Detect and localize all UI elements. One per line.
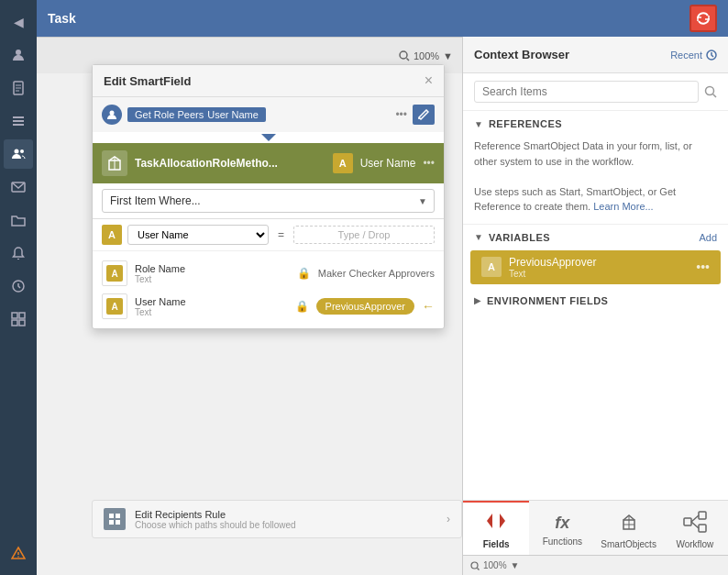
condition-row: A User Name = Type / Drop [93, 219, 444, 251]
svg-rect-27 [116, 520, 120, 525]
sidebar-item-document[interactable] [4, 73, 33, 103]
field-type-2: Text [135, 307, 288, 317]
cb-var-more-btn[interactable]: ••• [696, 260, 710, 274]
search-input[interactable] [474, 81, 699, 103]
modal-header: Edit SmartField × [93, 65, 444, 97]
modal-title: Edit SmartField [104, 74, 191, 88]
variables-section-header: ▼ VARIABLES Add [463, 225, 728, 247]
field-a-icon-1: A [106, 265, 123, 282]
filter-select[interactable]: First Item Where... [102, 189, 435, 213]
zoom-info: 100% ▼ [399, 50, 453, 61]
svg-rect-6 [13, 120, 24, 122]
tag-pill-get-role-peers: Get Role Peers User Name [127, 107, 266, 122]
filter-row: First Item Where... ▼ [93, 183, 444, 219]
smartobject-more-btn[interactable]: ••• [423, 157, 435, 170]
svg-rect-15 [12, 320, 17, 326]
svg-marker-34 [500, 514, 505, 528]
sync-icon [696, 11, 711, 26]
svg-rect-14 [19, 313, 25, 318]
environment-chevron[interactable]: ▶ [474, 295, 481, 305]
environment-title: ENVIRONMENT FIELDS [487, 295, 608, 306]
variables-chevron[interactable]: ▼ [474, 232, 483, 242]
header-bar: Task [37, 0, 728, 37]
workflow-tab-icon [682, 511, 708, 536]
svg-line-29 [406, 58, 409, 61]
sidebar-item-bell[interactable] [4, 238, 33, 268]
condition-equals-sign: = [274, 228, 288, 241]
recent-clock-icon [706, 50, 717, 61]
field-value-pill-2: PreviousApprover [316, 298, 414, 315]
cb-search-area [463, 73, 728, 111]
field-type-1: Text [135, 274, 290, 284]
references-chevron[interactable]: ▼ [474, 119, 483, 129]
zoom-dropdown-arrow[interactable]: ▼ [511, 560, 520, 570]
main-area: Task Edit SmartField × [37, 0, 728, 575]
zoom-dropdown-btn[interactable]: ▼ [443, 50, 453, 61]
cb-tab-fields[interactable]: Fields [463, 501, 529, 555]
sync-button[interactable] [689, 5, 717, 32]
sidebar-collapse-btn[interactable]: ◀ [4, 7, 33, 37]
sidebar-item-mail[interactable] [4, 172, 33, 202]
cb-tab-smartobjects[interactable]: SmartObjects [596, 501, 662, 555]
svg-point-28 [400, 51, 407, 59]
sidebar-item-profile[interactable] [4, 40, 33, 70]
folder-icon [11, 213, 26, 227]
task-panel: Edit SmartField × Get Role Peers User Na… [37, 37, 462, 575]
svg-line-41 [691, 515, 699, 522]
fields-tab-icon [483, 510, 509, 536]
recipients-grid-icon [108, 513, 121, 525]
status-bar: 100% ▼ [463, 555, 728, 575]
svg-rect-40 [699, 525, 706, 532]
field-a-icon-2: A [106, 298, 123, 315]
condition-var-select[interactable]: User Name [127, 225, 269, 245]
environment-section-header[interactable]: ▶ ENVIRONMENT FIELDS [463, 288, 728, 310]
left-sidebar: ◀ [0, 0, 37, 575]
more-dots[interactable]: ••• [395, 108, 407, 121]
svg-point-31 [706, 87, 714, 95]
cb-tab-functions[interactable]: fx Functions [529, 501, 595, 555]
smartobjects-tab-icon [617, 511, 641, 536]
smartobject-icon [102, 150, 127, 176]
cb-tab-workflow[interactable]: Workflow [662, 501, 728, 555]
tag-text-2: User Name [207, 109, 259, 120]
search-icon [704, 85, 717, 98]
recipients-subtitle: Choose which paths should be followed [135, 520, 437, 530]
sidebar-item-users[interactable] [4, 139, 33, 169]
list-icon [11, 114, 26, 128]
field-info-2: User Name Text [135, 296, 288, 317]
field-value-text-2: PreviousApprover [325, 301, 405, 312]
users-icon [11, 147, 26, 161]
variable-item-previous-approver[interactable]: A PreviousApprover Text ••• [470, 250, 721, 284]
field-name-2: User Name [135, 296, 288, 307]
cb-recent-btn[interactable]: Recent [670, 50, 717, 61]
svg-rect-25 [116, 514, 120, 518]
field-drag-arrow: ← [422, 299, 435, 314]
cb-bottom-tabs: Fields fx Functions SmartObjects [463, 500, 728, 555]
edit-recipients[interactable]: Edit Recipients Rule Choose which paths … [92, 500, 462, 538]
profile-icon [11, 48, 26, 62]
sidebar-item-list[interactable] [4, 106, 33, 136]
smartobject-row: TaskAllocationRoleMetho... A User Name •… [93, 143, 444, 183]
bell-icon [11, 246, 26, 260]
zoom-icon [399, 50, 410, 61]
mail-icon [11, 180, 26, 194]
condition-drop-area[interactable]: Type / Drop [293, 226, 435, 244]
field-lock-icon-2: 🔒 [295, 300, 309, 313]
sidebar-item-folder[interactable] [4, 205, 33, 235]
sidebar-item-grid[interactable] [4, 304, 33, 334]
cb-header: Context Browser Recent [463, 37, 728, 73]
workflow-tab-label: Workflow [676, 539, 713, 549]
svg-line-32 [713, 94, 717, 98]
modal-close-button[interactable]: × [425, 72, 433, 89]
edit-pencil-button[interactable] [413, 105, 435, 125]
sidebar-item-clock[interactable] [4, 271, 33, 301]
svg-line-42 [691, 522, 699, 528]
variables-add-btn[interactable]: Add [699, 232, 717, 243]
cb-var-type: Text [509, 269, 689, 279]
field-icon-wrap-2: A [102, 293, 127, 319]
cb-var-info: PreviousApprover Text [509, 256, 689, 279]
functions-tab-icon: fx [555, 514, 569, 533]
sidebar-item-warning[interactable] [4, 538, 33, 568]
learn-more-link[interactable]: Learn More... [593, 201, 653, 212]
cb-var-name: PreviousApprover [509, 256, 689, 269]
